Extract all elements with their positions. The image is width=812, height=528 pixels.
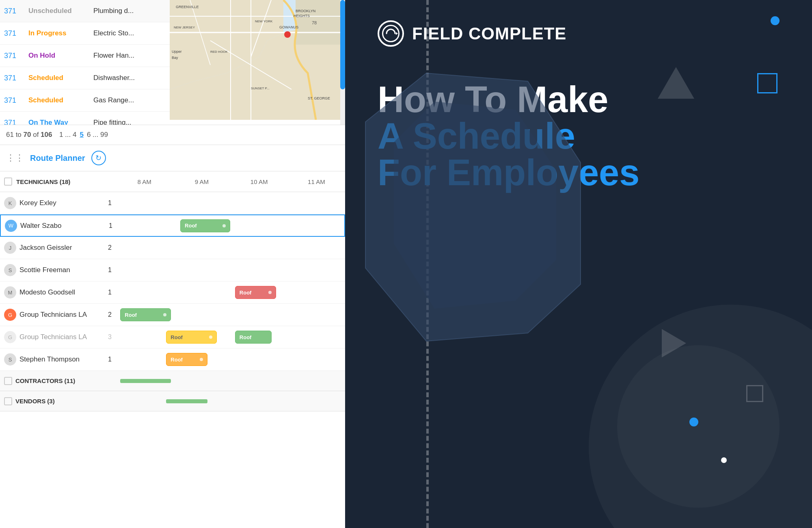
tech-name-scottie: Scottie Freeman	[19, 266, 105, 274]
job-bar-group1-roof[interactable]: Roof	[120, 308, 171, 321]
technicians-label: TECHNICIANS (18)	[4, 177, 70, 186]
svg-point-20	[284, 31, 291, 38]
headline-line1: How To Make	[378, 81, 763, 118]
map-overlay: 78 Liberty GREENVILLE BROOKLYN HEIGHTS N…	[170, 0, 340, 120]
scrollbar[interactable]	[340, 0, 345, 125]
tech-info-korey: K Korey Exley 1	[0, 197, 116, 209]
cell-id: 371	[4, 29, 28, 38]
tech-count-korey: 1	[108, 199, 112, 207]
tech-timeline-walter: Roof	[117, 215, 344, 236]
svg-text:GOWANUS: GOWANUS	[279, 25, 298, 29]
tech-timeline-group2: Roof Roof	[116, 326, 345, 348]
svg-text:GREENVILLE: GREENVILLE	[176, 5, 199, 9]
cell-status: In Progress	[28, 29, 93, 37]
contractors-timeline	[116, 371, 345, 391]
job-dot	[200, 358, 203, 361]
svg-text:HEIGHTS: HEIGHTS	[294, 14, 310, 18]
job-dot	[268, 291, 272, 294]
tech-timeline-korey	[116, 192, 345, 214]
cell-status: Scheduled	[28, 74, 93, 82]
time-slot-10am: 10 AM	[231, 178, 288, 185]
tech-row-korey[interactable]: K Korey Exley 1	[0, 192, 345, 214]
route-planner-header: ⋮⋮ Route Planner ↻	[0, 145, 345, 171]
tech-avatar-stephen: S	[4, 353, 16, 366]
scroll-thumb[interactable]	[340, 0, 345, 89]
table-section: 371 Unscheduled Plumbing d... 371 In Pro…	[0, 0, 345, 125]
bottom-blue-dot-decoration	[689, 418, 698, 426]
svg-text:SUNSET P...: SUNSET P...	[251, 87, 270, 90]
svg-text:ST. GEORGE: ST. GEORGE	[308, 96, 330, 100]
tech-timeline-group1: Roof	[116, 304, 345, 326]
tech-row-stephen[interactable]: S Stephen Thompson 1 Roof	[0, 348, 345, 371]
tech-timeline-modesto: Roof	[116, 281, 345, 303]
cell-id: 371	[4, 7, 28, 15]
tech-avatar-korey: K	[4, 197, 16, 209]
job-bar-group2-roof2[interactable]: Roof	[235, 331, 272, 344]
time-slot-11am: 11 AM	[288, 178, 345, 185]
bottom-right-square-decoration	[746, 385, 763, 402]
tech-info-group1: G Group Technicians LA 2	[0, 309, 116, 321]
tech-avatar-modesto: M	[4, 286, 16, 299]
job-bar-stephen-roof[interactable]: Roof	[166, 353, 207, 366]
route-planner-title: Route Planner	[30, 154, 85, 163]
tech-name-group2: Group Technicians LA	[19, 333, 105, 341]
tech-timeline-scottie	[116, 259, 345, 281]
tech-name-walter: Walter Szabo	[20, 222, 106, 230]
pagination-range: 61 to 70 of 106	[6, 131, 52, 139]
tech-row-scottie[interactable]: S Scottie Freeman 1	[0, 259, 345, 281]
vendors-label: VENDORS (3)	[15, 398, 55, 405]
top-right-dot-decoration	[771, 16, 780, 25]
time-slot-8am: 8 AM	[116, 178, 173, 185]
tech-info-group2: G Group Technicians LA 3	[0, 331, 116, 343]
tech-count-walter: 1	[109, 222, 112, 229]
tech-rows-container: K Korey Exley 1 W Walter Szabo 1 Roof	[0, 192, 345, 528]
svg-text:BROOKLYN: BROOKLYN	[296, 9, 315, 13]
svg-text:NEW YORK: NEW YORK	[255, 19, 273, 23]
tech-name-jackson: Jackson Geissler	[19, 244, 105, 252]
tech-timeline-jackson	[116, 237, 345, 259]
contractors-section-row[interactable]: CONTRACTORS (11)	[0, 371, 345, 391]
svg-text:Upper: Upper	[172, 50, 182, 54]
select-all-checkbox[interactable]	[4, 177, 12, 186]
tech-row-jackson[interactable]: J Jackson Geissler 2	[0, 237, 345, 259]
tech-avatar-walter: W	[5, 220, 17, 232]
tech-row-walter[interactable]: W Walter Szabo 1 Roof	[0, 214, 345, 237]
vendors-section-row[interactable]: VENDORS (3)	[0, 391, 345, 411]
time-slot-9am: 9 AM	[173, 178, 230, 185]
tech-timeline-stephen: Roof	[116, 348, 345, 370]
cell-id: 371	[4, 74, 28, 82]
field-complete-logo-icon	[378, 20, 404, 47]
contractors-section-info: CONTRACTORS (11)	[0, 377, 116, 385]
tech-name-modesto: Modesto Goodsell	[19, 288, 105, 296]
tech-count-stephen: 1	[108, 356, 112, 363]
tech-avatar-scottie: S	[4, 264, 16, 276]
job-dot	[222, 224, 226, 227]
tech-row-group1[interactable]: G Group Technicians LA 2 Roof	[0, 304, 345, 326]
tech-row-modesto[interactable]: M Modesto Goodsell 1 Roof	[0, 281, 345, 304]
tech-count-jackson: 2	[108, 244, 112, 251]
timeline-header: TECHNICIANS (18) 8 AM 9 AM 10 AM 11 AM	[0, 171, 345, 192]
pagination: 61 to 70 of 106 1 ... 4 5 6 ... 99	[0, 125, 345, 145]
pagination-rest: 6 ... 99	[87, 131, 108, 139]
tech-name-korey: Korey Exley	[19, 199, 105, 207]
vendors-timeline	[116, 391, 345, 411]
contractors-label: CONTRACTORS (11)	[15, 377, 75, 384]
svg-marker-26	[396, 32, 398, 35]
vendors-checkbox[interactable]	[4, 397, 12, 405]
cell-status: Unscheduled	[28, 7, 93, 15]
cell-status: Scheduled	[28, 96, 93, 104]
pagination-current[interactable]: 5	[80, 131, 83, 139]
tech-row-group2[interactable]: G Group Technicians LA 3 Roof Roof	[0, 326, 345, 348]
tech-name-stephen: Stephen Thompson	[19, 355, 105, 364]
svg-text:RED HOOK: RED HOOK	[210, 50, 228, 54]
job-bar-group2-roof1[interactable]: Roof	[166, 331, 216, 344]
bg-circle-medium	[617, 345, 780, 508]
tech-avatar-group1: G	[4, 309, 16, 321]
job-bar-modesto-roof[interactable]: Roof	[235, 286, 276, 299]
contractors-checkbox[interactable]	[4, 377, 12, 385]
tech-info-scottie: S Scottie Freeman 1	[0, 264, 116, 276]
pagination-sep: 1 ... 4	[55, 131, 76, 139]
refresh-button[interactable]: ↻	[91, 151, 106, 165]
job-bar-walter-roof[interactable]: Roof	[180, 219, 230, 232]
tech-count-modesto: 1	[108, 289, 112, 296]
